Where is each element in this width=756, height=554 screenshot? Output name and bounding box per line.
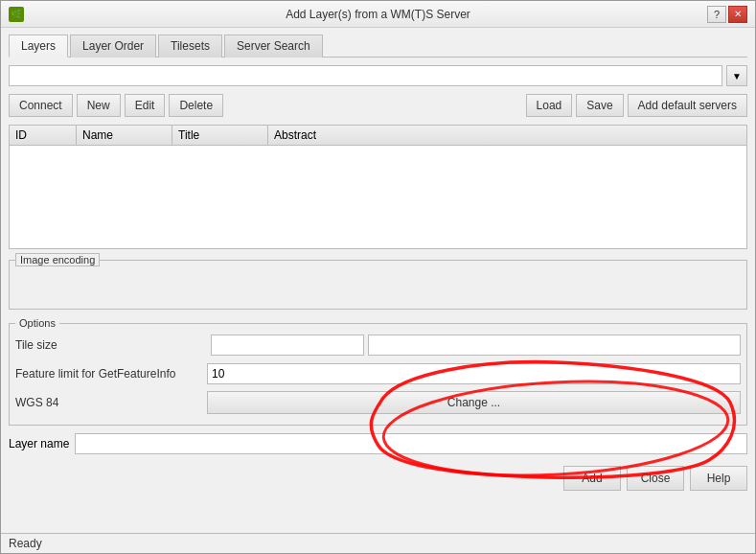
- table-body[interactable]: [10, 146, 746, 242]
- tile-size-label: Tile size: [15, 338, 207, 352]
- toolbar-buttons: Connect New Edit Delete Load Save Add de…: [9, 94, 747, 117]
- tab-layer-order[interactable]: Layer Order: [70, 35, 156, 58]
- layer-name-row: Layer name: [9, 433, 747, 454]
- table-header: ID Name Title Abstract: [10, 126, 746, 146]
- help-button[interactable]: Help: [690, 466, 747, 491]
- connect-button[interactable]: Connect: [9, 94, 73, 117]
- help-icon-btn[interactable]: ?: [707, 6, 726, 23]
- app-icon: 🌿: [9, 7, 24, 22]
- layers-table: ID Name Title Abstract: [9, 125, 747, 249]
- close-button[interactable]: Close: [627, 466, 684, 491]
- image-encoding-content: [15, 274, 741, 303]
- layer-name-input[interactable]: [75, 433, 747, 454]
- options-fieldset: Options Tile size Feature limit for GetF…: [9, 317, 747, 426]
- close-window-button[interactable]: ✕: [728, 6, 747, 23]
- dropdown-arrow-icon[interactable]: ▼: [726, 65, 747, 86]
- add-button[interactable]: Add: [563, 466, 621, 491]
- tab-layers[interactable]: Layers: [9, 35, 68, 58]
- feature-limit-row: Feature limit for GetFeatureInfo: [15, 361, 741, 386]
- tab-tilesets[interactable]: Tilesets: [158, 35, 222, 58]
- tile-size-input-2[interactable]: [368, 335, 741, 356]
- title-bar-left: 🌿: [9, 7, 24, 22]
- save-button[interactable]: Save: [576, 94, 623, 117]
- delete-button[interactable]: Delete: [169, 94, 223, 117]
- edit-button[interactable]: Edit: [125, 94, 166, 117]
- tab-server-search[interactable]: Server Search: [224, 35, 323, 58]
- status-bar: Ready: [1, 533, 755, 553]
- server-dropdown-input[interactable]: [9, 65, 722, 86]
- wgs84-label: WGS 84: [15, 396, 207, 409]
- status-text: Ready: [9, 537, 42, 550]
- title-bar-controls: ? ✕: [707, 6, 747, 23]
- change-button[interactable]: Change ...: [207, 391, 741, 414]
- tabs-bar: Layers Layer Order Tilesets Server Searc…: [9, 34, 747, 58]
- new-button[interactable]: New: [77, 94, 121, 117]
- feature-limit-label: Feature limit for GetFeatureInfo: [15, 367, 207, 381]
- options-legend: Options: [15, 317, 59, 329]
- wgs84-row: WGS 84 Change ...: [15, 390, 741, 415]
- table-header-title: Title: [172, 126, 268, 145]
- window-title: Add Layer(s) from a WM(T)S Server: [286, 8, 470, 21]
- table-header-name: Name: [77, 126, 172, 145]
- layer-name-label: Layer name: [9, 437, 69, 450]
- tile-size-input-1[interactable]: [211, 335, 364, 356]
- server-dropdown-row: ▼: [9, 65, 747, 86]
- bottom-buttons: Add Close Help: [9, 462, 747, 495]
- content-area: Layers Layer Order Tilesets Server Searc…: [1, 28, 755, 533]
- feature-limit-input[interactable]: [207, 363, 741, 384]
- load-button[interactable]: Load: [526, 94, 573, 117]
- tile-size-row: Tile size: [15, 333, 741, 358]
- title-bar: 🌿 Add Layer(s) from a WM(T)S Server ? ✕: [1, 1, 755, 28]
- main-window: 🌿 Add Layer(s) from a WM(T)S Server ? ✕ …: [0, 0, 756, 554]
- table-header-id: ID: [10, 126, 77, 145]
- add-default-servers-button[interactable]: Add default servers: [628, 94, 747, 117]
- image-encoding-legend: Image encoding: [15, 253, 100, 266]
- table-header-abstract: Abstract: [268, 126, 746, 145]
- image-encoding-fieldset: Image encoding: [9, 253, 747, 310]
